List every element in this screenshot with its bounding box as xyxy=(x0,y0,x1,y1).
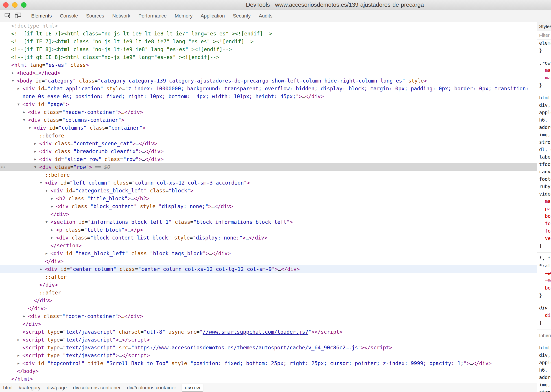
tree-line[interactable]: <html lang="es-es" class> xyxy=(0,61,537,69)
tree-line[interactable]: </div> xyxy=(0,281,537,289)
css-line[interactable]: dis xyxy=(537,312,551,319)
tree-line[interactable]: ▶<h2 class="title_block">…</h2> xyxy=(0,195,537,203)
collapse-arrow-icon[interactable]: ▼ xyxy=(46,218,50,226)
css-line[interactable]: ruby, xyxy=(537,183,551,190)
tree-line[interactable]: ▶<div id="chat-application" style="z-ind… xyxy=(0,85,537,100)
expand-arrow-icon[interactable]: ▶ xyxy=(23,312,28,320)
tab-audits[interactable]: Audits xyxy=(255,10,276,22)
tree-line[interactable]: ::after xyxy=(0,289,537,297)
css-line[interactable]: tfoot xyxy=(537,161,551,168)
css-line[interactable]: foote xyxy=(537,175,551,183)
css-line[interactable]: div, xyxy=(537,102,551,109)
css-line[interactable]: } xyxy=(537,47,551,54)
tree-line[interactable]: </div> xyxy=(0,210,537,218)
collapse-arrow-icon[interactable]: ▼ xyxy=(29,124,34,132)
tab-application[interactable]: Application xyxy=(197,10,229,22)
tab-memory[interactable]: Memory xyxy=(171,10,197,22)
tree-line[interactable]: <!--[if lt IE 7]><html class="no-js lt-i… xyxy=(0,30,537,38)
css-line[interactable]: .row xyxy=(537,57,551,67)
tree-line[interactable]: </div> xyxy=(0,297,537,305)
tree-line[interactable]: ▼<div id="page"> xyxy=(0,100,537,108)
breadcrumb-item[interactable]: div.row xyxy=(182,384,203,392)
css-line[interactable]: html, xyxy=(537,92,551,102)
minimize-window-button[interactable] xyxy=(12,2,17,8)
tree-line[interactable]: ▼<div id="categories_block_left" class="… xyxy=(0,187,537,195)
breadcrumb-item[interactable]: div.columns-container xyxy=(73,384,121,391)
breadcrumb-item[interactable]: div#page xyxy=(46,384,67,391)
css-line[interactable]: ver xyxy=(537,235,551,242)
tab-elements[interactable]: Elements xyxy=(27,10,56,22)
css-line[interactable]: bor xyxy=(537,213,551,220)
tree-line[interactable]: ▶<div class="block_content list-block" s… xyxy=(0,234,537,242)
styles-filter-input[interactable]: Filter xyxy=(537,31,551,40)
expand-arrow-icon[interactable]: ▶ xyxy=(34,140,39,147)
css-line[interactable]: -mo xyxy=(537,277,551,284)
css-line[interactable]: } xyxy=(537,242,551,250)
tree-line[interactable]: ⋯▼<div class="row">== $0 xyxy=(0,163,537,171)
tree-line[interactable]: ▶<div class="content_scene_cat">…</div> xyxy=(0,140,537,147)
tree-line[interactable]: ▶<p class="title_block">…</p> xyxy=(0,226,537,234)
css-line[interactable]: mar xyxy=(537,67,551,74)
tree-line[interactable]: ::before xyxy=(0,171,537,179)
tree-line[interactable]: ▶<head>…</head> xyxy=(0,69,537,77)
css-line[interactable]: apple xyxy=(537,109,551,116)
css-line[interactable]: fon xyxy=(537,220,551,227)
expand-arrow-icon[interactable]: ▶ xyxy=(12,69,17,77)
expand-arrow-icon[interactable]: ▶ xyxy=(17,359,22,367)
tree-line[interactable]: ▶<div class="footer-container">…</div> xyxy=(0,312,537,320)
tree-line[interactable]: ▼<div id="columns" class="container"> xyxy=(0,124,537,132)
css-line[interactable]: eleme xyxy=(537,40,551,47)
tree-line[interactable]: <!--[if gt IE 8]><html class="no-js ie9"… xyxy=(0,53,537,61)
tree-line[interactable]: <!--[if IE 7]><html class="no-js lt-ie9 … xyxy=(0,38,537,46)
expand-arrow-icon[interactable]: ▶ xyxy=(51,226,56,234)
css-line[interactable]: pad xyxy=(537,205,551,213)
tree-line[interactable]: ▶<div class="breadcrumb clearfix">…</div… xyxy=(0,147,537,155)
tab-console[interactable]: Console xyxy=(56,10,82,22)
breadcrumb-item[interactable]: html xyxy=(3,384,13,391)
breadcrumb-item[interactable]: div#columns.container xyxy=(127,384,177,391)
css-line[interactable]: addre xyxy=(537,124,551,131)
expand-arrow-icon[interactable]: ▶ xyxy=(46,250,50,258)
tree-line[interactable]: ▶<script type="text/javascript">…</scrip… xyxy=(0,336,537,344)
tree-line[interactable]: ▶<div id="center_column" class="center_c… xyxy=(0,265,537,273)
css-line[interactable]: } xyxy=(537,292,551,299)
css-line[interactable]: } xyxy=(537,319,551,327)
css-line[interactable]: addre xyxy=(537,374,551,381)
css-line[interactable]: *:aft xyxy=(537,262,551,270)
collapse-arrow-icon[interactable]: ▼ xyxy=(23,116,28,124)
tree-line[interactable]: <script type="text/javascript" charset="… xyxy=(0,328,537,336)
css-line[interactable]: h6, p xyxy=(537,366,551,374)
css-line[interactable]: fon xyxy=(537,227,551,235)
css-line[interactable]: label xyxy=(537,153,551,161)
css-line[interactable]: apple xyxy=(537,359,551,366)
expand-arrow-icon[interactable]: ▶ xyxy=(17,352,22,359)
tree-line[interactable]: <!doctype html> xyxy=(0,22,537,30)
css-line[interactable]: img, xyxy=(537,381,551,389)
tree-line[interactable]: ▶<div id="slider_row" class="row">…</div… xyxy=(0,155,537,163)
tree-line[interactable]: ▼<div id="left_column" class="column col… xyxy=(0,179,537,187)
css-line[interactable]: -we xyxy=(537,270,551,277)
expand-arrow-icon[interactable]: ▶ xyxy=(51,234,56,242)
tab-security[interactable]: Security xyxy=(229,10,255,22)
tree-line[interactable]: </div> xyxy=(0,320,537,328)
tree-line[interactable]: </div> xyxy=(0,305,537,312)
expand-arrow-icon[interactable]: ▶ xyxy=(51,195,56,203)
css-line[interactable]: img, xyxy=(537,131,551,139)
css-line[interactable]: html, xyxy=(537,342,551,352)
tree-line[interactable]: </section> xyxy=(0,242,537,250)
tree-line[interactable]: ▼<section id="informations_block_left_1"… xyxy=(0,218,537,226)
tab-sources[interactable]: Sources xyxy=(82,10,108,22)
expand-arrow-icon[interactable]: ▶ xyxy=(34,147,39,155)
tree-line[interactable]: </html> xyxy=(0,375,537,383)
css-line[interactable]: video xyxy=(537,190,551,198)
css-line[interactable]: box xyxy=(537,284,551,292)
css-line[interactable]: canva xyxy=(537,168,551,175)
css-line[interactable]: div { xyxy=(537,302,551,312)
sidebar-tab-styles[interactable]: Styles xyxy=(537,22,551,31)
expand-arrow-icon[interactable]: ▶ xyxy=(51,203,56,210)
tree-line[interactable]: ::after xyxy=(0,273,537,281)
collapse-arrow-icon[interactable]: ▼ xyxy=(12,77,17,85)
collapse-arrow-icon[interactable]: ▼ xyxy=(17,100,22,108)
expand-arrow-icon[interactable]: ▶ xyxy=(34,155,39,163)
css-line[interactable]: div, xyxy=(537,352,551,359)
